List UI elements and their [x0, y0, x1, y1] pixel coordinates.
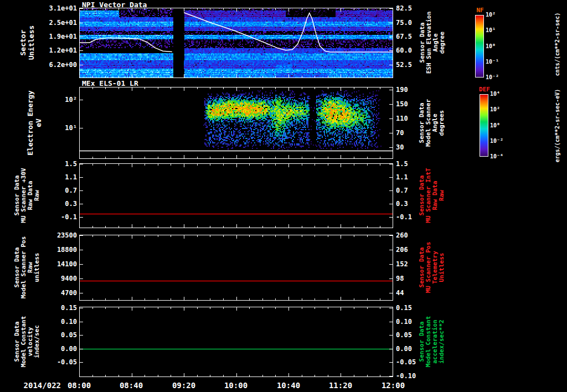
panel4-y2tick-label: 98: [396, 275, 429, 282]
panel4-ytick-label: 4700: [34, 289, 77, 297]
x-tick-label: 08:00: [61, 381, 97, 390]
panel5-y2tick-label: -0.10: [396, 372, 429, 380]
panel2-y2tick-label: 70: [396, 129, 429, 137]
panel5-ytick-label: 0.10: [34, 318, 77, 326]
panel3-y2tick-label: 0.7: [396, 187, 429, 194]
panel4-ytick-label: 18800: [34, 246, 77, 254]
axis-label-line: index/sec**2: [439, 307, 445, 377]
axis-label-line: degrees: [439, 87, 445, 159]
panel1-y-axis-label: Sector Unitless: [19, 8, 35, 78]
nf-colorbar-tick-label: 10⁰: [486, 43, 510, 51]
panel2-y2tick-label: 150: [396, 100, 429, 108]
panel4-y2tick-label: 260: [396, 231, 429, 239]
axis-label-line: Electron Energy: [26, 87, 34, 159]
panel2-y2tick-label: 110: [396, 115, 429, 122]
panel3-ytick-label: 0.7: [34, 187, 77, 194]
panel5-ytick-label: 0.15: [34, 304, 77, 312]
panel5-ytick-label: -0.05: [34, 358, 77, 366]
panel4-ytick-label: 9400: [34, 275, 77, 282]
panel2-y2tick-label: 190: [396, 86, 429, 94]
panel2-ytick-label: 10²: [34, 96, 77, 104]
nf-colorbar-units-label: cnts/(cm**2-sr-sec): [554, 3, 561, 86]
panel5-y2tick-label: 0.05: [396, 331, 429, 339]
panel3-ytick-label: 0.3: [34, 200, 77, 208]
x-tick-label: 12:00: [375, 381, 411, 390]
axis-label-line: index/sec: [34, 307, 40, 377]
panel4-y2tick-label: 206: [396, 246, 429, 254]
def-colorbar-tick-label: 10⁴: [490, 91, 514, 99]
nf-colorbar-tick-label: 10⁻¹: [486, 59, 510, 66]
panel1-y2tick-label: 82.5: [396, 4, 429, 12]
mu-scanner-30v-plot-canvas: [79, 163, 393, 228]
panel1-y2tick-label: 75.0: [396, 19, 429, 27]
def-colorbar-units-label: ergs/(cm**2-sr-sec-eV): [554, 81, 561, 170]
def-colorbar-tick-label: 10⁻²: [490, 138, 514, 146]
panel1-ytick-label: 2.5e+01: [34, 19, 77, 27]
panel3-ytick-label: 1.1: [34, 173, 77, 181]
panel3-ytick-label: -0.1: [34, 213, 77, 221]
axis-label-line: Raw: [439, 163, 445, 228]
panel3-y2tick-label: -0.1: [396, 213, 429, 221]
panel5-y2tick-label: -0.05: [396, 358, 429, 366]
nf-colorbar: [475, 15, 484, 78]
panel1-ytick-label: 1.9e+01: [34, 33, 77, 40]
npi-spectrogram-canvas: [79, 8, 393, 78]
x-tick-label: 11:20: [323, 381, 358, 390]
panel4-y2tick-label: 44: [396, 289, 429, 297]
model-constant-velocity-plot-canvas: [79, 307, 393, 377]
x-tick-label: 10:00: [218, 381, 254, 390]
panel5-y-axis-label: Sensor Data Model Constant velocity inde…: [14, 307, 40, 377]
panel1-ytick-label: 1.2e+01: [34, 47, 77, 54]
def-colorbar-tick-label: 10²: [490, 106, 514, 114]
els-spectrogram-canvas: [79, 87, 393, 159]
panel2-title: MEx ELS-01 LR: [82, 79, 138, 87]
axis-label-line: Unitless: [439, 235, 445, 301]
panel1-ytick-label: 3.1e+01: [34, 4, 77, 12]
panel4-ytick-label: 23500: [34, 231, 77, 239]
panel5-ytick-label: 0.05: [34, 331, 77, 339]
panel2-y2tick-label: 30: [396, 143, 429, 151]
nf-colorbar-tick-label: 10⁻²: [486, 74, 510, 82]
panel5-y2-axis-label: Sensor Data Model Constant acceleration …: [419, 307, 445, 377]
panel1-y2tick-label: 67.5: [396, 33, 429, 40]
panel5-ytick-label: 0.00: [34, 345, 77, 353]
nf-colorbar-tick-label: 10²: [486, 12, 510, 19]
x-axis-date-label: 2014/022: [9, 381, 61, 390]
panel5-y2tick-label: 0.15: [396, 304, 429, 312]
panel1-ytick-label: 6.2e+00: [34, 61, 77, 69]
panel3-y2tick-label: 1.5: [396, 160, 429, 168]
panel4-ytick-label: 14100: [34, 260, 77, 268]
panel3-ytick-label: 1.5: [34, 160, 77, 168]
plot-root: NPI Vector Data MEx ELS-01 LR Sector Uni…: [0, 0, 567, 392]
x-tick-label: 09:20: [166, 381, 202, 390]
x-tick-label: 10:40: [271, 381, 306, 390]
nf-colorbar-tick-label: 10¹: [486, 27, 510, 35]
panel1-y2tick-label: 60.0: [396, 47, 429, 54]
axis-label-line: degree: [439, 8, 446, 78]
axis-label-line: Sector: [19, 8, 27, 78]
x-tick-label: 08:40: [114, 381, 149, 390]
panel1-y2tick-label: 52.5: [396, 61, 429, 69]
panel5-y2tick-label: 0.10: [396, 318, 429, 326]
model-scanner-pos-plot-canvas: [79, 235, 393, 301]
def-colorbar-tick-label: 10⁰: [490, 122, 514, 130]
def-colorbar-tick-label: 10⁻⁴: [490, 153, 514, 161]
panel4-y2tick-label: 152: [396, 260, 429, 268]
def-colorbar: [480, 94, 488, 157]
panel2-ytick-label: 10¹: [34, 124, 77, 132]
panel3-y2tick-label: 1.1: [396, 173, 429, 181]
panel3-y2tick-label: 0.3: [396, 200, 429, 208]
panel5-y2tick-label: 0.00: [396, 345, 429, 353]
